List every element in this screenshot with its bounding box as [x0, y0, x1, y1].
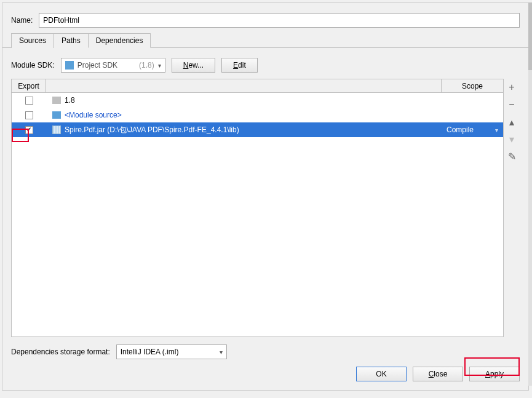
chevron-down-icon: ▾	[158, 62, 161, 69]
new-sdk-button[interactable]: New...	[172, 58, 215, 73]
col-export[interactable]: Export	[12, 79, 46, 92]
add-dependency-button[interactable]: +	[506, 81, 518, 94]
storage-format-select[interactable]: IntelliJ IDEA (.iml) ▾	[116, 344, 227, 359]
sdk-icon	[65, 61, 74, 70]
name-label: Name:	[11, 16, 33, 25]
move-down-button: ▾	[506, 133, 518, 145]
tab-dependencies[interactable]: Dependencies	[88, 33, 151, 48]
name-input[interactable]	[39, 13, 520, 28]
scope-cell[interactable]: Compile▾	[442, 125, 503, 134]
sdk-hint: (1.8)	[139, 61, 154, 70]
table-row[interactable]: Spire.Pdf.jar (D:\包\JAVA PDF\Spire.Pdf-F…	[12, 122, 503, 137]
jar-icon	[52, 125, 61, 134]
folder-icon	[52, 97, 61, 104]
tab-sources[interactable]: Sources	[11, 33, 54, 48]
sdk-selected-text: Project SDK	[77, 61, 135, 70]
chevron-down-icon: ▾	[495, 127, 498, 133]
dependency-label: <Module source>	[65, 111, 122, 119]
storage-format-label: Dependencies storage format:	[11, 348, 110, 356]
scope-value: Compile	[447, 125, 474, 134]
module-sdk-label: Module SDK:	[11, 61, 55, 70]
export-checkbox[interactable]	[25, 111, 33, 119]
col-name[interactable]	[46, 79, 442, 92]
edit-sdk-button[interactable]: Edit	[221, 58, 258, 73]
remove-dependency-button[interactable]: −	[506, 98, 518, 111]
apply-button[interactable]: Apply	[469, 367, 520, 381]
export-checkbox[interactable]	[25, 97, 33, 105]
close-button[interactable]: Close	[413, 367, 463, 381]
chevron-down-icon: ▾	[220, 349, 223, 356]
table-row[interactable]: 1.8	[12, 93, 503, 108]
folder-icon	[52, 111, 61, 119]
export-checkbox[interactable]	[25, 126, 33, 134]
col-scope[interactable]: Scope	[442, 79, 503, 92]
move-up-button[interactable]: ▴	[506, 116, 518, 128]
table-row[interactable]: <Module source>	[12, 108, 503, 122]
dependencies-table: Export Scope 1.8<Module source>Spire.Pdf…	[11, 79, 504, 337]
edit-dependency-button[interactable]: ✎	[506, 150, 518, 162]
storage-format-value: IntelliJ IDEA (.iml)	[121, 348, 179, 356]
ok-button[interactable]: OK	[356, 367, 407, 381]
module-sdk-select[interactable]: Project SDK (1.8) ▾	[61, 58, 165, 73]
dependency-label: 1.8	[65, 96, 75, 105]
tab-paths[interactable]: Paths	[54, 33, 89, 48]
dialog-scrollbar[interactable]	[528, 2, 532, 386]
dependency-label: Spire.Pdf.jar (D:\包\JAVA PDF\Spire.Pdf-F…	[65, 125, 239, 135]
